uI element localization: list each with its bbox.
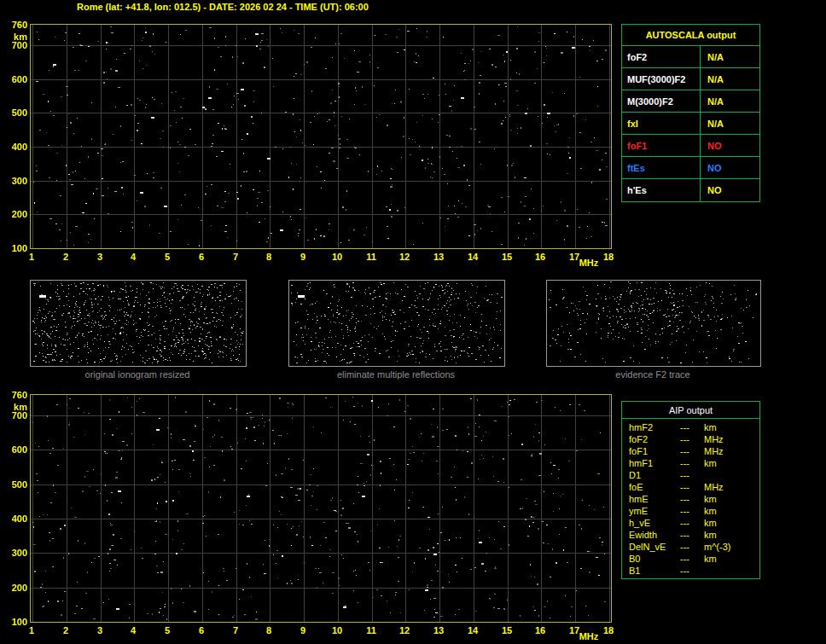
processing-panel-0: [30, 280, 247, 367]
y-axis-tick-label: 600: [3, 74, 27, 84]
x-axis-tick-label: 5: [157, 252, 177, 262]
x-axis-tick-label: 2: [55, 252, 76, 262]
iono-top-plot-area: [30, 24, 612, 249]
aip-table-row: foF2---MHz: [622, 433, 759, 445]
aip-table-header: AIP output: [622, 402, 759, 419]
y-axis-tick-label: 500: [3, 479, 27, 490]
x-axis-tick-label: 12: [394, 625, 415, 635]
aip-row-value: ---: [680, 457, 689, 469]
x-axis-tick-label: 5: [157, 625, 177, 635]
aip-row-name: h_vE: [629, 517, 650, 529]
x-axis-tick-label: 7: [225, 625, 246, 635]
aip-row-name: hmE: [629, 493, 649, 505]
x-axis-tick-label: 15: [497, 252, 517, 262]
page-title: Rome (lat: +41.8, lon: 012.5) - DATE: 20…: [77, 2, 369, 12]
processing-panel-1: [288, 280, 505, 367]
aip-table-row: hmF1---km: [622, 457, 759, 469]
aip-row-name: foF2: [629, 433, 648, 445]
autoscala-table-row: fxIN/A: [622, 113, 759, 135]
aip-table-row: ymE---km: [622, 505, 759, 517]
aip-row-value: ---: [680, 553, 689, 565]
autoscala-row-value: N/A: [701, 90, 759, 112]
autoscala-table-row: foF1NO: [622, 135, 759, 157]
y-axis-tick-label: 200: [3, 209, 27, 219]
aip-row-name: D1: [629, 469, 641, 481]
y-axis-tick-label: 500: [3, 107, 27, 118]
processing-panel-2: [546, 280, 761, 367]
x-axis-unit-label: MHz: [574, 258, 603, 268]
aip-row-value: ---: [680, 493, 689, 505]
aip-row-unit: km: [704, 457, 717, 469]
x-axis-tick-label: 4: [123, 252, 143, 262]
aip-row-value: ---: [680, 529, 689, 541]
autoscala-row-value: NO: [701, 157, 759, 178]
x-axis-tick-label: 8: [259, 625, 279, 635]
iono-bottom-plot-area: [30, 394, 612, 623]
autoscala-row-label: foF2: [622, 46, 701, 67]
aip-row-unit: MHz: [704, 445, 724, 457]
aip-row-name: hmF2: [629, 421, 653, 433]
aip-row-value: ---: [680, 421, 689, 433]
y-axis-tick-label: 200: [3, 583, 27, 593]
aip-row-name: Ewidth: [629, 529, 657, 541]
x-axis-tick-label: 3: [90, 252, 110, 262]
autoscala-row-value: NO: [701, 179, 759, 201]
autoscala-row-value: N/A: [701, 68, 759, 90]
x-axis-tick-label: 14: [462, 252, 483, 262]
aip-table-row: hmE---km: [622, 493, 759, 505]
x-axis-tick-label: 4: [123, 625, 143, 635]
x-axis-tick-label: 16: [530, 625, 550, 635]
aip-row-unit: km: [704, 517, 717, 529]
aip-row-value: ---: [680, 469, 689, 481]
x-axis-tick-label: 10: [327, 252, 347, 262]
x-axis-tick-label: 6: [191, 625, 212, 635]
aip-row-unit: km: [704, 493, 717, 505]
aip-row-value: ---: [680, 445, 689, 457]
autoscala-output-table: AUTOSCALA outputfoF2N/AMUF(3000)F2N/AM(3…: [621, 24, 760, 202]
x-axis-tick-label: 13: [428, 252, 449, 262]
x-axis-tick-label: 14: [462, 625, 483, 635]
x-axis-tick-label: 1: [21, 252, 42, 262]
aip-table-row: hmF2---km: [622, 421, 759, 433]
x-axis-unit-label: MHz: [574, 631, 603, 641]
autoscala-row-label: foF1: [622, 135, 701, 156]
x-axis-tick-label: 9: [293, 625, 313, 635]
aip-row-unit: MHz: [704, 481, 724, 493]
aip-table-row: Ewidth---km: [622, 529, 759, 541]
aip-row-value: ---: [680, 505, 689, 517]
aip-row-unit: MHz: [704, 433, 724, 445]
aip-row-name: DelN_vE: [629, 541, 666, 553]
autoscala-table-row: h'EsNO: [622, 179, 759, 201]
autoscala-row-value: NO: [701, 135, 759, 156]
x-axis-tick-label: 13: [428, 625, 449, 635]
autoscala-table-header: AUTOSCALA output: [622, 25, 759, 46]
aip-table-row: foE---MHz: [622, 481, 759, 493]
aip-row-value: ---: [680, 433, 689, 445]
x-axis-tick-label: 10: [327, 625, 347, 635]
aip-row-name: B1: [629, 565, 640, 577]
y-axis-tick-label: 400: [3, 142, 27, 152]
autoscala-row-label: ftEs: [622, 157, 701, 178]
y-axis-unit-label: km: [3, 402, 27, 412]
aip-table-row: h_vE---km: [622, 517, 759, 529]
autoscala-screen: Rome (lat: +41.8, lon: 012.5) - DATE: 20…: [0, 0, 826, 644]
aip-row-name: foF1: [629, 445, 648, 457]
aip-row-unit: km: [704, 553, 717, 565]
x-axis-tick-label: 6: [191, 252, 212, 262]
aip-table-row: foF1---MHz: [622, 445, 759, 457]
aip-output-table: AIP outputhmF2---kmfoF2---MHzfoF1---MHzh…: [621, 401, 760, 579]
x-axis-tick-label: 15: [497, 625, 517, 635]
aip-table-row: B0---km: [622, 553, 759, 565]
x-axis-tick-label: 2: [55, 625, 76, 635]
y-axis-tick-label: 600: [3, 444, 27, 455]
x-axis-tick-label: 12: [394, 252, 415, 262]
panel-caption-eliminate-reflections: eliminate multiple reflections: [288, 369, 503, 380]
aip-row-unit: km: [704, 529, 717, 541]
autoscala-row-value: N/A: [701, 113, 759, 134]
aip-table-row: DelN_vE---m^(-3): [622, 541, 759, 553]
y-axis-tick-label: 760: [3, 20, 27, 30]
y-axis-tick-label: 300: [3, 548, 27, 558]
x-axis-tick-label: 16: [530, 252, 550, 262]
aip-row-value: ---: [680, 541, 689, 553]
aip-row-unit: km: [704, 505, 717, 517]
